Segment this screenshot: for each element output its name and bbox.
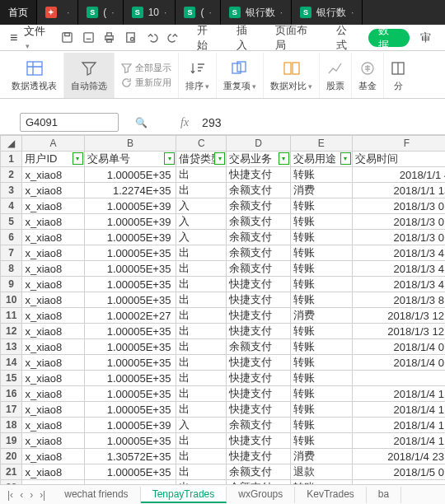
fund-button[interactable]: 基金 <box>352 53 384 98</box>
cell[interactable]: 1.00005E+35 <box>84 277 176 292</box>
cell[interactable]: 2018/1/4 0:04 <box>352 355 445 371</box>
col-header[interactable]: E <box>290 136 352 152</box>
tab-insert[interactable]: 插入 <box>229 25 265 50</box>
redo-icon[interactable] <box>165 29 183 47</box>
print-preview-icon[interactable] <box>122 29 140 47</box>
col-header[interactable]: A <box>22 136 84 152</box>
pivot-button[interactable]: 数据透视表 <box>5 53 64 98</box>
cell[interactable]: 转账 <box>290 433 352 449</box>
cell[interactable]: 2018/1/4 1:01 <box>352 402 445 418</box>
row-header[interactable]: 1 <box>1 152 22 167</box>
cell[interactable]: 消费 <box>290 183 352 198</box>
select-all-corner[interactable]: ◢ <box>1 136 22 152</box>
cell[interactable]: 出 <box>176 324 227 339</box>
cell[interactable]: 出 <box>176 464 227 480</box>
cell[interactable]: 2018/1/4 0:03 <box>352 339 445 355</box>
tab-data[interactable]: 数据 <box>368 29 410 47</box>
cell[interactable]: 2018/1/3 4:35 <box>352 277 445 292</box>
filter-dropdown-icon[interactable]: ▾ <box>214 152 225 165</box>
cell[interactable]: 2018/1/3 4:35 <box>352 261 445 277</box>
cell[interactable]: 1.00005E+39 <box>84 230 176 245</box>
cell[interactable]: 快捷支付 <box>227 292 290 308</box>
cell[interactable]: 出 <box>176 261 227 277</box>
cell[interactable]: 转账 <box>290 261 352 277</box>
cell[interactable]: 余额支付 <box>227 245 290 261</box>
cell[interactable]: 1.00005E+39 <box>84 214 176 230</box>
cell[interactable]: 出 <box>176 355 227 371</box>
cell[interactable]: 出 <box>176 183 227 198</box>
cell[interactable]: 2018/1/3 0:07 <box>352 230 445 245</box>
file-menu[interactable]: 文件 <box>24 24 51 51</box>
cell[interactable]: 余额支付 <box>227 339 290 355</box>
cell[interactable]: 1.00005E+39 <box>84 418 176 433</box>
cell[interactable]: 2018/1/3 4:34 <box>352 245 445 261</box>
row-header[interactable]: 6 <box>1 230 22 245</box>
sheet-nav-next-icon[interactable]: › <box>27 489 35 501</box>
row-header[interactable]: 11 <box>1 308 22 324</box>
cell[interactable]: x_xiao8 <box>22 292 84 308</box>
cell[interactable]: 余额支付 <box>227 183 290 198</box>
dedup-button[interactable]: 重复项 <box>217 53 264 98</box>
search-icon[interactable]: 🔍 <box>135 117 148 128</box>
col-header[interactable]: D <box>227 136 290 152</box>
cell[interactable]: 1.00005E+35 <box>84 371 176 386</box>
cell[interactable]: 1.00005E+35 <box>84 402 176 418</box>
cell[interactable]: 转账 <box>290 355 352 371</box>
compare-button[interactable]: 数据对比 <box>264 53 320 98</box>
cell[interactable]: 消费 <box>290 449 352 464</box>
sheet-nav-last-icon[interactable]: ›| <box>37 489 48 501</box>
cell[interactable]: 快捷支付 <box>227 167 290 183</box>
cell[interactable]: 1.00005E+35 <box>84 464 176 480</box>
tab-start[interactable]: 开始 <box>190 25 226 50</box>
name-box[interactable]: G4091 <box>20 113 119 132</box>
cell[interactable]: 转账 <box>290 418 352 433</box>
cell[interactable]: 余额支付 <box>227 230 290 245</box>
header-cell[interactable]: 交易业务▾ <box>227 152 290 167</box>
cell[interactable]: 出 <box>176 449 227 464</box>
row-header[interactable]: 7 <box>1 245 22 261</box>
cell[interactable]: 2018/1/4 1:01 <box>352 433 445 449</box>
tab-menu-icon[interactable]: · <box>208 7 211 18</box>
tab-menu-icon[interactable]: · <box>164 7 166 18</box>
cell[interactable]: 转账 <box>290 371 352 386</box>
cell[interactable]: x_xiao8 <box>22 261 84 277</box>
tab-menu-icon[interactable]: · <box>67 7 69 18</box>
cell[interactable]: x_xiao8 <box>22 433 84 449</box>
cell[interactable]: 出 <box>176 167 227 183</box>
cell[interactable]: 快捷支付 <box>227 324 290 339</box>
cell[interactable]: x_xiao8 <box>22 230 84 245</box>
hamburger-icon[interactable]: ≡ <box>7 30 21 45</box>
col-header[interactable]: F <box>352 136 445 152</box>
window-tab[interactable]: S10 · <box>124 0 176 25</box>
window-tab[interactable]: S( · <box>78 0 123 25</box>
window-tab[interactable]: S银行数 · <box>221 0 292 25</box>
tab-layout[interactable]: 页面布局 <box>268 25 326 50</box>
cell[interactable]: 出 <box>176 292 227 308</box>
cell[interactable]: 入 <box>176 214 227 230</box>
cell[interactable]: 余额支付 <box>227 214 290 230</box>
reapply-button[interactable]: 重新应用 <box>121 77 171 89</box>
row-header[interactable]: 5 <box>1 214 22 230</box>
cell[interactable]: 转账 <box>290 230 352 245</box>
row-header[interactable]: 2 <box>1 167 22 183</box>
cell[interactable]: 1.00005E+35 <box>84 324 176 339</box>
cell[interactable]: x_xiao8 <box>22 214 84 230</box>
cell[interactable]: 快捷支付 <box>227 449 290 464</box>
show-all-button[interactable]: 全部显示 <box>121 62 171 74</box>
cell[interactable]: x_xiao8 <box>22 277 84 292</box>
row-header[interactable]: 19 <box>1 433 22 449</box>
save-icon[interactable] <box>58 29 76 47</box>
spreadsheet-grid[interactable]: ◢ A B C D E F 1用户ID▾交易单号▾借贷类型▾交易业务▾交易用途▾… <box>0 135 445 496</box>
sheet-tab[interactable]: ba <box>367 487 401 503</box>
cell[interactable]: 2018/1/4 1:01 <box>352 418 445 433</box>
cell[interactable]: 转账 <box>290 339 352 355</box>
cell[interactable]: 2018/1/3 0:07 <box>352 214 445 230</box>
cell[interactable]: 转账 <box>290 214 352 230</box>
print-icon[interactable] <box>101 29 119 47</box>
cell[interactable]: 余额支付 <box>227 464 290 480</box>
col-header[interactable]: B <box>84 136 176 152</box>
cell[interactable]: 2018/1/3 12:38 <box>352 324 445 339</box>
cell[interactable]: 1.00005E+35 <box>84 433 176 449</box>
tab-menu-icon[interactable]: · <box>351 7 354 18</box>
filter-dropdown-icon[interactable]: ▾ <box>164 152 175 165</box>
